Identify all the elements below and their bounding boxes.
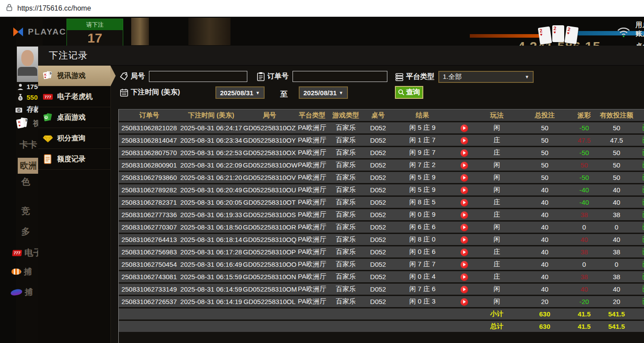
replay-play-icon[interactable] [461,162,468,169]
playing-card: 2♥ [564,26,578,44]
cell-time: 2025-08-31 06:14:59 [180,285,243,293]
cell-valid: 541.5 [597,323,636,330]
replay-play-icon[interactable] [461,187,468,194]
replay-play-icon[interactable] [461,137,468,144]
svg-text:$: $ [18,109,20,112]
cell-total: 630 [518,323,572,330]
cell-result: 闲 7 庄 7 [393,260,452,269]
cell-status: 已结算 [636,161,644,169]
sidebar-item-credit-records[interactable]: 额度记录 [38,149,110,170]
cell-side: 闲 [476,285,518,293]
cell-table: D052 [363,124,393,132]
bet-records-modal: 下注记录 9 K ♥ 视讯游戏 777 电子老虎 [38,46,644,343]
table-row: 2508310627773362025-08-31 06:19:33GD0522… [119,209,644,220]
chevron-down-icon: ▼ [525,74,529,79]
cell-valid: 47.5 [597,136,636,144]
cell-play [452,210,476,219]
cell-status: 已结算 [636,235,644,244]
cell-status: 已结算 [636,285,644,293]
round-input[interactable] [149,71,247,82]
cell-total: 50 [518,124,572,132]
lobby-tab-fishing-2[interactable]: 捕 [11,287,33,297]
cell-status: 已结算 [636,173,644,182]
bet-timer-label: 请下注 [67,19,123,30]
lobby-tab-kaka[interactable]: 卡卡 [20,139,37,151]
cell-result: 闲 8 庄 0 [393,235,452,244]
cell-time: 下注时间 (美东) [180,111,243,120]
date-from-picker[interactable]: 2025/08/31 ▼ [215,86,265,99]
round-filter: 局号 [120,71,247,82]
cell-total: 40 [518,211,572,218]
cell-side: 闲 [476,223,518,231]
platform-filter: 平台类型 1.全部 ▼ [395,71,534,83]
replay-play-icon[interactable] [461,174,468,182]
url-text[interactable]: https://175616.cc/home [17,4,91,12]
sidebar-item-video-games[interactable]: 9 K ♥ 视讯游戏 [38,66,110,86]
cell-round: GD052258310OU [243,186,296,194]
cell-result: 闲 1 庄 7 [393,136,452,144]
cell-result: 闲 0 庄 4 [393,273,452,281]
cell-valid: 有效投注额 [597,111,636,120]
replay-play-icon[interactable] [461,125,468,132]
cell-side: 闲 [476,235,518,244]
replay-play-icon[interactable] [461,149,468,157]
cell-payout: 47.5 [572,136,597,144]
sidebar-item-label: 视讯游戏 [57,71,86,81]
cell-status: 已结算 [636,210,644,219]
replay-play-icon[interactable] [461,211,468,219]
sidebar-item-table-games[interactable]: G 桌面游戏 [38,107,110,128]
cell-status: 已结算 [636,124,644,132]
sidebar-item-slots[interactable]: 777 电子老虎机 [38,86,110,107]
cell-table: D052 [363,223,393,231]
platform-select-value: 1.全部 [443,73,462,81]
svg-text:G: G [45,117,47,119]
person-icon [17,83,24,90]
search-button[interactable]: 查询 [395,86,423,99]
cell-play [452,173,476,182]
replay-play-icon[interactable] [461,249,468,256]
account-menu-item[interactable]: 账户 [636,30,644,38]
slot-777-icon: 777 [12,250,22,256]
date-to-picker[interactable]: 2025/08/31 ▼ [299,86,348,99]
replay-play-icon[interactable] [461,286,468,293]
cell-valid: 38 [597,273,636,281]
cell-payout: 40 [572,236,597,243]
user-menu-item[interactable]: 用户 [636,21,644,29]
cell-payout: 0 [572,261,597,268]
platform-select[interactable]: 1.全部 ▼ [438,71,534,83]
deposit-row[interactable]: $ 存款 [15,105,41,114]
replay-play-icon[interactable] [461,273,468,281]
order-input[interactable] [293,71,387,82]
replay-play-icon[interactable] [461,298,468,306]
background-decor [188,18,230,45]
table-games-icon: G [43,112,53,123]
lobby-tab-jing[interactable]: 竞 [21,205,30,217]
replay-play-icon[interactable] [461,236,468,244]
table-row: 2508310627703072025-08-31 06:18:50GD0522… [119,222,644,233]
replay-play-icon[interactable] [461,224,468,231]
cell-round: GD052258310OT [243,199,296,206]
cell-valid: 50 [597,124,636,132]
bet-meter-player [576,31,644,35]
tag-icon [120,72,129,81]
lobby-tab-duo[interactable]: 多 [21,226,30,238]
replay-play-icon[interactable] [461,261,468,269]
table-row: 2508310627892822025-08-31 06:20:49GD0522… [119,184,644,195]
sidebar-item-points[interactable]: 积分查询 [38,128,110,149]
cell-play [452,273,476,281]
browser-address-bar[interactable]: https://175616.cc/home [0,0,644,17]
lobby-tab-fishing-1[interactable]: 捕 [12,266,32,277]
cell-platform: PA欧洲厅 [296,260,328,269]
replay-play-icon[interactable] [461,199,468,207]
cell-result: 闲 6 庄 6 [393,223,452,231]
cell-order: 250831062750454 [119,261,180,268]
cell-platform: 平台类型 [296,111,328,120]
cell-table: D052 [363,161,393,169]
video-tab-partial[interactable]: 9 K ♥ 视 [16,117,40,129]
platform-server-icon [395,73,404,82]
cell-result: 闲 8 庄 5 [393,198,452,207]
cell-status: 已结算 [636,198,644,207]
cell-play [452,260,476,269]
lobby-tab-slots[interactable]: 777 电子 [12,247,42,259]
lobby-tab-se[interactable]: 色 [21,176,30,188]
